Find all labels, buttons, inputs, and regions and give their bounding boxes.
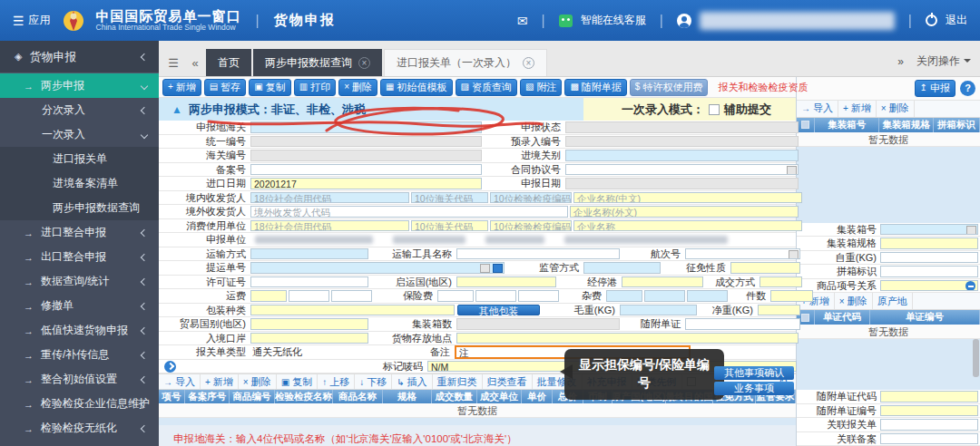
document-toolbar-button-1[interactable]: ×删除 [835, 293, 873, 309]
document-toolbar-button-2[interactable]: 原产地 [873, 293, 913, 309]
form-field[interactable] [456, 333, 799, 344]
sidebar-item-4[interactable]: 进口报关单 [0, 147, 159, 171]
picker-icon[interactable] [789, 250, 799, 259]
form-field[interactable]: 企业名称 [573, 220, 802, 232]
form-field[interactable] [770, 290, 813, 302]
document-field[interactable] [880, 419, 978, 431]
toolbar-button-5[interactable]: ▦初始值模板 [380, 79, 452, 96]
form-field[interactable] [331, 290, 372, 302]
form-field[interactable] [250, 276, 368, 288]
item-toolbar-button-5[interactable]: ↓下移 [355, 374, 392, 388]
form-field[interactable] [250, 290, 287, 302]
form-field[interactable] [565, 178, 799, 189]
form-field[interactable] [518, 290, 559, 302]
form-field[interactable] [606, 290, 642, 302]
picker-icon[interactable] [480, 264, 490, 273]
item-toolbar-button-8[interactable]: 归类查看 [483, 374, 533, 388]
item-toolbar-button-6[interactable]: ↳插入 [392, 374, 432, 388]
picker-icon[interactable] [966, 226, 976, 235]
toolbar-button-2[interactable]: ▣复制 [249, 79, 290, 96]
form-field[interactable] [456, 276, 556, 288]
picker-icon[interactable] [787, 166, 797, 175]
form-field[interactable] [475, 290, 516, 302]
form-field[interactable] [250, 136, 482, 148]
toolbar-button-0[interactable]: +新增 [162, 79, 201, 96]
form-field[interactable] [250, 164, 482, 176]
sidebar-item-1[interactable]: →两步申报 [0, 73, 159, 98]
close-tab-icon[interactable]: × [358, 57, 370, 69]
item-toolbar-button-7[interactable]: 重新归类 [433, 374, 483, 388]
item-toolbar-button-1[interactable]: +新增 [201, 374, 239, 388]
sidebar-item-7[interactable]: →进口整合申报 [0, 220, 159, 245]
sidebar-item-11[interactable]: →低值快速货物申报 [0, 318, 159, 343]
toolbar-button-4[interactable]: ×删除 [338, 79, 377, 96]
tab-0[interactable]: 首页 [206, 49, 251, 76]
tab-menu-icon[interactable]: ☰ [162, 49, 184, 76]
form-field[interactable] [565, 121, 799, 133]
form-field[interactable] [685, 318, 800, 330]
form-field[interactable] [687, 290, 728, 302]
select-all-checkbox[interactable] [797, 118, 815, 132]
form-field[interactable]: 10位检验检疫编码 [490, 220, 572, 232]
form-field[interactable] [250, 262, 505, 274]
close-tab-icon[interactable]: × [523, 57, 534, 69]
form-field[interactable] [685, 248, 800, 260]
container-toolbar-button-0[interactable]: →导入 [797, 101, 838, 117]
item-toolbar-button-4[interactable]: ↑上移 [318, 374, 355, 388]
form-field[interactable]: 10位海关代码 [411, 192, 488, 204]
container-field[interactable] [880, 224, 978, 236]
toolbar-button-9[interactable]: $特许权使用费 [630, 79, 709, 96]
logout-button[interactable]: 退出 [946, 13, 967, 28]
form-field[interactable] [565, 150, 799, 161]
sidebar-item-6[interactable]: 两步申报数据查询 [0, 196, 159, 220]
sidebar-item-13[interactable]: →整合初始值设置 [0, 367, 159, 392]
sidebar-item-5[interactable]: 进境备案清单 [0, 171, 159, 196]
form-field[interactable] [758, 305, 800, 316]
form-field[interactable] [622, 276, 703, 288]
form-field[interactable] [289, 290, 329, 302]
sidebar-item-9[interactable]: →数据查询/统计 [0, 269, 159, 294]
other-package-button[interactable]: 其他包装 [457, 305, 540, 316]
document-field[interactable] [880, 391, 978, 402]
toolbar-button-8[interactable]: ▩随附单据 [564, 79, 626, 96]
close-operations-dropdown[interactable]: 关闭操作 [916, 53, 971, 69]
form-field[interactable]: 10位检验检疫编码 [490, 192, 572, 204]
sidebar-item-8[interactable]: →出口整合申报 [0, 245, 159, 269]
form-field[interactable] [565, 136, 799, 148]
form-field[interactable] [644, 290, 685, 302]
declare-customs-field[interactable] [250, 121, 482, 133]
business-matters-button[interactable]: 业务事项 [714, 382, 794, 395]
help-button[interactable]: ? [960, 81, 975, 96]
container-toolbar-button-2[interactable]: ×删除 [877, 101, 915, 117]
form-field[interactable]: 10位海关代码 [411, 220, 488, 232]
sidebar-item-15[interactable]: →检验检疫无纸化 [0, 416, 159, 441]
sidebar-item-3[interactable]: 一次录入 [0, 122, 159, 147]
container-toolbar-button-1[interactable]: +新增 [838, 101, 877, 117]
form-field[interactable]: 企业名称(中文) [573, 192, 802, 204]
apps-menu-button[interactable]: ☰ 应用 [13, 13, 51, 28]
assist-submit-checkbox[interactable] [709, 104, 720, 115]
form-field[interactable] [620, 305, 697, 316]
document-field[interactable] [880, 405, 978, 417]
item-toolbar-button-0[interactable]: →导入 [159, 374, 201, 388]
scroll-tabs-left-icon[interactable]: « [184, 49, 206, 76]
container-field[interactable] [880, 266, 978, 277]
doc-picker-icon[interactable] [493, 264, 503, 273]
sidebar-item-14[interactable]: →检验检疫企业信息维护 [0, 392, 159, 416]
form-field[interactable]: 18位社会信用代码 [250, 192, 409, 204]
toolbar-button-3[interactable]: ▥打印 [294, 79, 336, 96]
item-toolbar-button-2[interactable]: ×删除 [239, 374, 277, 388]
form-field[interactable] [250, 305, 455, 316]
container-field[interactable] [880, 280, 978, 292]
minus-circle-icon[interactable] [965, 281, 975, 291]
other-matters-confirm-button[interactable]: 其他事项确认 [714, 366, 794, 380]
expand-row-button[interactable] [159, 360, 181, 373]
declare-button[interactable]: ↥申报 [915, 80, 956, 97]
form-field[interactable] [437, 290, 474, 302]
form-field[interactable] [250, 150, 482, 161]
sidebar-item-12[interactable]: →重传/补传信息 [0, 343, 159, 367]
form-field[interactable] [250, 248, 368, 260]
toolbar-button-6[interactable]: ▨资质查询 [456, 79, 517, 96]
sidebar-item-2[interactable]: 分次录入 [0, 98, 159, 122]
mail-icon[interactable]: ✉ [517, 15, 528, 27]
